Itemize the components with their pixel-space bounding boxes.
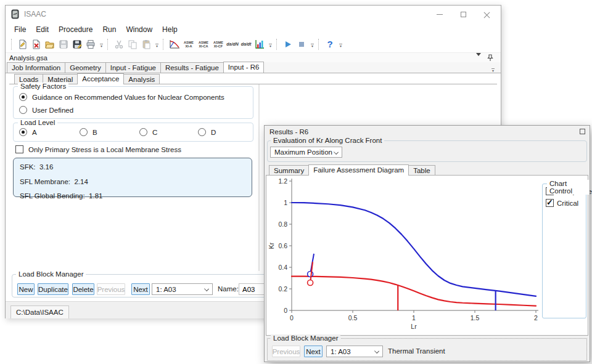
print-icon[interactable] [84,38,97,51]
toolbar-overflow-icon[interactable]: ▾ [99,44,104,48]
radio-level-c-label: C [152,129,157,136]
toolbar-gripper[interactable] [11,39,14,50]
sfl-membrane-label: SFL Membrane: [20,178,70,185]
safety-factors-title: Safety Factors [18,83,68,90]
radio-row-guidance[interactable]: Guidance on Recommended Values for Nucle… [19,93,224,101]
pin-icon[interactable] [487,54,493,62]
radio-row-level-a[interactable]: A [19,128,37,136]
chart-control-title: Chart Control [547,180,590,195]
chart-icon[interactable] [253,38,266,51]
toolbar-overflow-icon[interactable]: ▾ [154,44,160,48]
minimize-button[interactable] [428,6,451,23]
fad-curve-icon[interactable] [168,38,181,51]
radio-level-a[interactable] [19,128,27,136]
asme-xi-a-icon[interactable]: ASME XI-A [181,41,196,48]
menu-file[interactable]: File [9,24,31,35]
svg-text:1.2: 1.2 [278,177,287,185]
maximize-button[interactable] [451,6,475,23]
membrane-checkbox-row[interactable]: Only Primary Stress is a Local Membrane … [15,145,181,153]
critical-checkbox-row[interactable]: Critical [546,199,578,207]
sfl-membrane-value: 2.14 [74,178,88,185]
results-titlebar[interactable]: Results - R6 [265,126,590,138]
asme-xi-cf-line2: XI-CF [211,44,226,48]
toolbar-gripper[interactable] [276,39,279,50]
toolbar-gripper[interactable] [163,39,166,50]
close-button[interactable] [475,6,498,23]
da-dn-icon[interactable]: da/dN [226,38,239,51]
toolbar-gripper[interactable] [318,39,321,50]
asme-xi-ca-icon[interactable]: ASME XI-CA [196,41,211,48]
da-dt-icon[interactable]: da/dt [240,38,252,51]
evaluation-group-title: Evaluation of Kr Along Crack Front [271,137,384,144]
radio-level-b-label: B [92,129,97,136]
new-block-button[interactable]: New [17,283,35,295]
menu-help[interactable]: Help [157,24,183,35]
cut-icon[interactable] [113,38,125,51]
tab-failure-assessment-diagram[interactable]: Failure Assessment Diagram [308,164,409,176]
menu-edit[interactable]: Edit [31,24,54,35]
radio-level-b[interactable] [80,128,88,136]
sfl-global-bending-label: SFL Global Bending: [20,192,85,200]
block-select-value: 1: A03 [156,286,176,293]
menu-window[interactable]: Window [121,24,157,35]
toolbar: ▾ ▾ ASME XI-A ASME XI-CA ASME XI-CF da/d… [6,36,501,53]
critical-checkbox[interactable] [546,199,554,207]
radio-user-defined[interactable] [19,106,27,114]
toolbar-overflow-icon[interactable]: ▾ [338,44,343,48]
asme-xi-cf-icon[interactable]: ASME XI-CF [211,41,226,48]
membrane-checkbox[interactable] [15,145,23,153]
menu-procedure[interactable]: Procedure [54,24,97,35]
previous-block-button[interactable]: Previous [97,283,125,295]
open-file-icon[interactable] [44,38,56,51]
new-file-icon[interactable] [17,38,29,51]
sfl-global-bending-value: 1.81 [89,192,102,200]
sub-tab-strip: Loads Material Acceptance Analysis [6,73,501,84]
run-icon[interactable] [282,38,294,51]
load-level-title: Load Level [18,119,57,126]
tab-input-r6[interactable]: Input - R6 [223,62,265,73]
status-path-segment: C:\Data\ISAAC [10,305,69,318]
results-next-button[interactable]: Next [304,346,323,357]
status-path: C:\Data\ISAAC [16,309,64,316]
toolbar-overflow-icon[interactable]: ▾ [310,44,315,48]
toolbar-gripper[interactable] [107,39,110,50]
fad-chart-svg: 00.511.5200.20.40.60.811.2LrKr [266,176,545,335]
subtab-analysis[interactable]: Analysis [123,74,160,84]
tab-geometry[interactable]: Geometry [65,62,106,73]
results-previous-button[interactable]: Previous [272,346,300,357]
tab-job-information[interactable]: Job Information [7,62,65,73]
svg-text:0.8: 0.8 [278,220,287,228]
results-tab-strip: Summary Failure Assessment Diagram Table [267,163,587,176]
save-as-icon[interactable] [71,38,83,51]
delete-block-button[interactable]: Delete [72,283,94,295]
copy-icon[interactable] [126,38,139,51]
radio-row-level-b[interactable]: B [80,128,97,136]
stop-icon[interactable] [295,38,308,51]
menubar: File Edit Procedure Run Window Help [6,23,501,36]
tab-summary[interactable]: Summary [269,165,309,176]
tab-table[interactable]: Table [408,165,435,176]
radio-row-level-d[interactable]: D [198,128,216,136]
main-titlebar[interactable]: ISAAC [6,6,501,23]
delete-file-icon[interactable] [30,38,43,51]
block-select-combo[interactable]: 1: A03 [152,283,213,295]
duplicate-block-button[interactable]: Duplicate [38,283,68,295]
subtab-acceptance[interactable]: Acceptance [77,73,124,84]
radio-guidance[interactable] [19,93,27,101]
next-block-button[interactable]: Next [131,283,150,295]
results-block-combo[interactable]: 1: A03 [326,346,383,357]
help-icon[interactable]: ? [324,38,336,51]
radio-row-level-c[interactable]: C [139,128,157,136]
float-window-button[interactable] [580,129,585,134]
menu-run[interactable]: Run [97,24,121,35]
save-icon[interactable] [57,38,70,51]
radio-level-d[interactable] [198,128,206,136]
tab-input-fatigue[interactable]: Input - Fatigue [105,62,161,73]
safety-factors-group [13,86,253,119]
tab-results-fatigue[interactable]: Results - Fatigue [160,62,224,73]
radio-level-c[interactable] [139,128,147,136]
position-combo[interactable]: Maximum Position [270,147,342,158]
radio-row-user-defined[interactable]: User Defined [19,106,73,114]
paste-icon[interactable] [140,38,152,51]
toolbar-overflow-icon[interactable]: ▾ [268,44,273,48]
